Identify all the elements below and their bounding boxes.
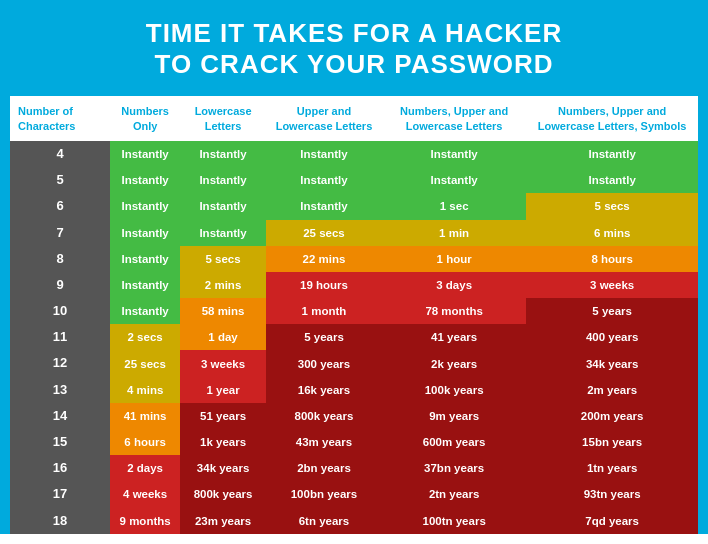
table-row: 162 days34k years2bn years37bn years1tn … xyxy=(10,455,698,481)
data-cell: 25 secs xyxy=(266,220,382,246)
data-cell: 78 months xyxy=(382,298,526,324)
password-table: Number of Characters Numbers Only Lowerc… xyxy=(10,96,698,533)
data-cell: 1 year xyxy=(180,377,266,403)
data-cell: 100bn years xyxy=(266,481,382,507)
header-numbers-upper-lower-symbols: Numbers, Upper and Lowercase Letters, Sy… xyxy=(526,96,698,141)
data-cell: 3 weeks xyxy=(526,272,698,298)
data-cell: 8 hours xyxy=(526,246,698,272)
data-cell: 2 mins xyxy=(180,272,266,298)
data-cell: 93tn years xyxy=(526,481,698,507)
main-container: TIME IT TAKES FOR A HACKER TO CRACK YOUR… xyxy=(0,0,708,534)
data-cell: Instantly xyxy=(110,272,180,298)
page-title: TIME IT TAKES FOR A HACKER TO CRACK YOUR… xyxy=(20,18,688,80)
data-cell: 6tn years xyxy=(266,508,382,534)
data-cell: Instantly xyxy=(180,141,266,167)
data-cell: 22 mins xyxy=(266,246,382,272)
data-cell: 6 hours xyxy=(110,429,180,455)
data-cell: 1 sec xyxy=(382,193,526,219)
data-cell: Instantly xyxy=(110,298,180,324)
table-row: 189 months23m years6tn years100tn years7… xyxy=(10,508,698,534)
data-cell: 2 days xyxy=(110,455,180,481)
char-count-cell: 13 xyxy=(10,377,110,403)
data-cell: 2tn years xyxy=(382,481,526,507)
char-count-cell: 8 xyxy=(10,246,110,272)
char-count-cell: 10 xyxy=(10,298,110,324)
table-row: 156 hours1k years43m years600m years15bn… xyxy=(10,429,698,455)
char-count-cell: 6 xyxy=(10,193,110,219)
table-row: 134 mins1 year16k years100k years2m year… xyxy=(10,377,698,403)
data-cell: 3 days xyxy=(382,272,526,298)
data-cell: 1 hour xyxy=(382,246,526,272)
data-cell: 6 mins xyxy=(526,220,698,246)
table-section: Number of Characters Numbers Only Lowerc… xyxy=(10,96,698,533)
data-cell: 100tn years xyxy=(382,508,526,534)
table-row: 10Instantly58 mins1 month78 months5 year… xyxy=(10,298,698,324)
data-cell: 800k years xyxy=(180,481,266,507)
table-row: 1441 mins51 years800k years9m years200m … xyxy=(10,403,698,429)
char-count-cell: 5 xyxy=(10,167,110,193)
data-cell: Instantly xyxy=(180,220,266,246)
data-cell: 5 years xyxy=(526,298,698,324)
data-cell: 34k years xyxy=(180,455,266,481)
data-cell: Instantly xyxy=(180,193,266,219)
data-cell: Instantly xyxy=(110,246,180,272)
data-cell: 41 years xyxy=(382,324,526,350)
data-cell: Instantly xyxy=(110,220,180,246)
data-cell: Instantly xyxy=(110,167,180,193)
data-cell: 2k years xyxy=(382,350,526,376)
header-lowercase: Lowercase Letters xyxy=(180,96,266,141)
header-upper-lower: Upper and Lowercase Letters xyxy=(266,96,382,141)
table-row: 6InstantlyInstantlyInstantly1 sec5 secs xyxy=(10,193,698,219)
data-cell: 43m years xyxy=(266,429,382,455)
data-cell: 23m years xyxy=(180,508,266,534)
data-cell: Instantly xyxy=(526,141,698,167)
char-count-cell: 16 xyxy=(10,455,110,481)
data-cell: Instantly xyxy=(180,167,266,193)
char-count-cell: 18 xyxy=(10,508,110,534)
data-cell: 1 month xyxy=(266,298,382,324)
data-cell: 5 secs xyxy=(180,246,266,272)
char-count-cell: 15 xyxy=(10,429,110,455)
data-cell: 4 weeks xyxy=(110,481,180,507)
data-cell: Instantly xyxy=(382,141,526,167)
table-row: 1225 secs3 weeks300 years2k years34k yea… xyxy=(10,350,698,376)
data-cell: 400 years xyxy=(526,324,698,350)
header-numbers-only: Numbers Only xyxy=(110,96,180,141)
data-cell: 2 secs xyxy=(110,324,180,350)
header-numbers-upper-lower: Numbers, Upper and Lowercase Letters xyxy=(382,96,526,141)
data-cell: 9 months xyxy=(110,508,180,534)
data-cell: 34k years xyxy=(526,350,698,376)
table-header-row: Number of Characters Numbers Only Lowerc… xyxy=(10,96,698,141)
data-cell: 3 weeks xyxy=(180,350,266,376)
data-cell: Instantly xyxy=(266,141,382,167)
data-cell: Instantly xyxy=(110,193,180,219)
char-count-cell: 17 xyxy=(10,481,110,507)
data-cell: 1 min xyxy=(382,220,526,246)
table-row: 9Instantly2 mins19 hours3 days3 weeks xyxy=(10,272,698,298)
table-row: 4InstantlyInstantlyInstantlyInstantlyIns… xyxy=(10,141,698,167)
char-count-cell: 9 xyxy=(10,272,110,298)
data-cell: 5 years xyxy=(266,324,382,350)
table-row: 7InstantlyInstantly25 secs1 min6 mins xyxy=(10,220,698,246)
data-cell: 200m years xyxy=(526,403,698,429)
table-row: 8Instantly5 secs22 mins1 hour8 hours xyxy=(10,246,698,272)
data-cell: 51 years xyxy=(180,403,266,429)
data-cell: 7qd years xyxy=(526,508,698,534)
data-cell: 300 years xyxy=(266,350,382,376)
table-row: 174 weeks800k years100bn years2tn years9… xyxy=(10,481,698,507)
data-cell: 19 hours xyxy=(266,272,382,298)
title-section: TIME IT TAKES FOR A HACKER TO CRACK YOUR… xyxy=(0,0,708,94)
data-cell: 1tn years xyxy=(526,455,698,481)
data-cell: 800k years xyxy=(266,403,382,429)
data-cell: 600m years xyxy=(382,429,526,455)
data-cell: 58 mins xyxy=(180,298,266,324)
char-count-cell: 11 xyxy=(10,324,110,350)
header-characters: Number of Characters xyxy=(10,96,110,141)
data-cell: Instantly xyxy=(526,167,698,193)
char-count-cell: 4 xyxy=(10,141,110,167)
data-cell: 25 secs xyxy=(110,350,180,376)
char-count-cell: 7 xyxy=(10,220,110,246)
data-cell: 9m years xyxy=(382,403,526,429)
data-cell: 5 secs xyxy=(526,193,698,219)
char-count-cell: 14 xyxy=(10,403,110,429)
